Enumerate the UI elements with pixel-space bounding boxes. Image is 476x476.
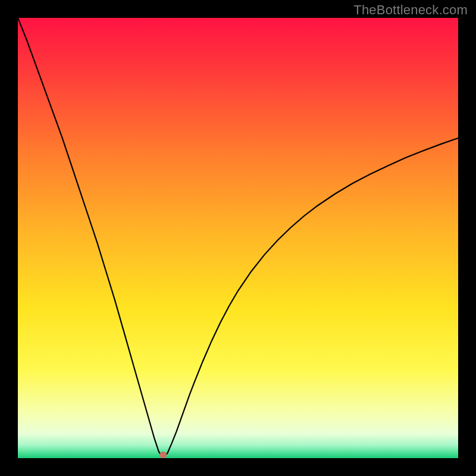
- plot-area: [18, 18, 458, 458]
- chart-container: TheBottleneck.com: [0, 0, 476, 476]
- plot-background: [18, 18, 458, 458]
- watermark-text: TheBottleneck.com: [353, 2, 468, 18]
- plot-frame: [18, 18, 458, 458]
